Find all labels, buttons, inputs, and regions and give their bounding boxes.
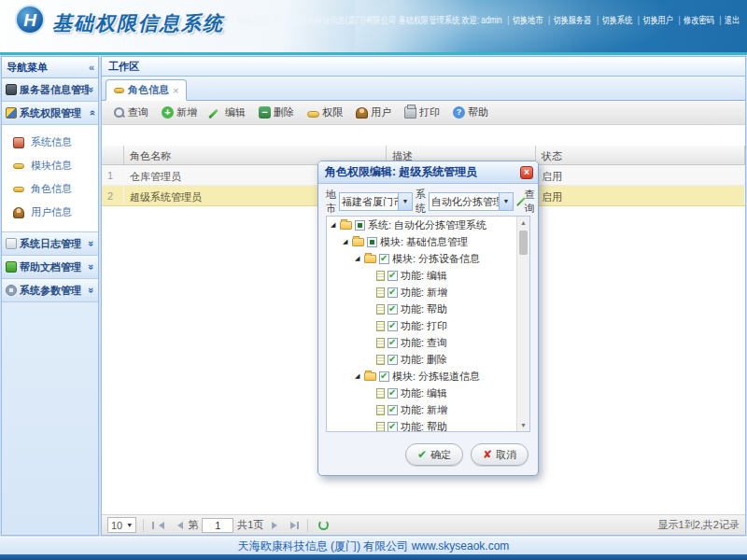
- tree-node-checkbox[interactable]: [388, 422, 398, 432]
- tree-node-checkbox[interactable]: [388, 388, 398, 399]
- page-number-input[interactable]: [202, 518, 233, 533]
- toolbar-button[interactable]: 权限: [302, 104, 348, 121]
- tree-scrollbar[interactable]: ▲ ▼: [516, 217, 529, 431]
- tree-node-checkbox[interactable]: [367, 237, 377, 247]
- tree-node-checkbox[interactable]: [388, 355, 398, 365]
- page-label: 第: [188, 518, 198, 532]
- header-link[interactable]: 切换服务器: [553, 15, 591, 25]
- sidebar-section[interactable]: 系统参数管理 »: [2, 279, 98, 302]
- header-link[interactable]: 切换系统: [601, 15, 632, 25]
- tree-node[interactable]: 功能: 编辑: [327, 385, 516, 401]
- scroll-up-icon[interactable]: ▲: [517, 217, 529, 229]
- expand-arrow-icon[interactable]: [355, 255, 362, 262]
- chevron-icon[interactable]: »: [86, 110, 97, 116]
- tab-close-icon[interactable]: ×: [173, 85, 178, 96]
- tree-node[interactable]: 功能: 新增: [327, 284, 516, 301]
- toolbar-button[interactable]: 新增: [156, 104, 203, 121]
- table-header-cell[interactable]: 状态: [536, 146, 745, 164]
- toolbar-button[interactable]: 编辑: [204, 104, 251, 121]
- sidebar-section[interactable]: 系统日志管理 »: [2, 232, 98, 256]
- print-icon: [404, 106, 416, 119]
- sidebar-item[interactable]: 角色信息: [2, 177, 98, 201]
- row-number: 1: [102, 165, 124, 185]
- toolbar-button[interactable]: 删除: [253, 104, 300, 121]
- system-select-arrow-icon[interactable]: ▼: [499, 193, 513, 210]
- chevron-icon[interactable]: »: [86, 264, 97, 270]
- link-separator: |: [678, 15, 680, 25]
- dialog-title-bar[interactable]: 角色权限编辑: 超级系统管理员 ×: [318, 161, 538, 184]
- sidebar-section[interactable]: 服务器信息管理 »: [2, 78, 98, 102]
- link-separator: |: [638, 15, 640, 25]
- prev-page-button[interactable]: [169, 518, 184, 533]
- total-pages-label: 共1页: [237, 518, 263, 532]
- next-page-button[interactable]: [267, 518, 282, 533]
- tree-node[interactable]: 功能: 打印: [327, 317, 516, 334]
- refresh-icon[interactable]: [318, 520, 329, 530]
- tree-node-checkbox[interactable]: [388, 405, 398, 415]
- expand-arrow-icon[interactable]: [331, 221, 338, 229]
- chevron-icon[interactable]: »: [86, 287, 97, 293]
- sidebar-item[interactable]: 系统信息: [2, 131, 98, 154]
- toolbar-button[interactable]: 用户: [350, 104, 397, 121]
- city-select[interactable]: 福建省厦门市 ▼: [339, 192, 413, 211]
- last-page-button[interactable]: [286, 518, 301, 533]
- header-link[interactable]: 修改密码: [684, 15, 714, 25]
- sidebar-item[interactable]: 用户信息: [2, 201, 98, 224]
- chevron-icon[interactable]: »: [86, 87, 97, 92]
- scroll-down-icon[interactable]: ▼: [517, 419, 529, 431]
- tree-node-checkbox[interactable]: [379, 371, 389, 382]
- workspace-title: 工作区: [102, 57, 745, 77]
- header-link[interactable]: 退出: [725, 15, 740, 25]
- cancel-icon: [483, 448, 492, 461]
- sidebar-section[interactable]: 帮助文档管理 »: [2, 256, 98, 279]
- tree-node[interactable]: 功能: 帮助: [327, 301, 516, 317]
- tree-node-checkbox[interactable]: [355, 220, 365, 231]
- tree-node-checkbox[interactable]: [388, 321, 398, 331]
- tree-node[interactable]: 模块: 分拣设备信息: [327, 250, 516, 267]
- sidebar-item[interactable]: 模块信息: [2, 154, 98, 177]
- tab-role-info[interactable]: 角色信息 ×: [106, 79, 187, 101]
- tree-node-checkbox[interactable]: [388, 304, 398, 315]
- tree-node-checkbox[interactable]: [379, 254, 389, 264]
- tree-node-label: 功能: 编辑: [401, 386, 447, 400]
- tree-node[interactable]: 模块: 分拣辊道信息: [327, 368, 516, 385]
- edit-icon: [210, 106, 222, 119]
- toolbar-button[interactable]: 查询: [107, 104, 154, 121]
- expand-arrow-icon[interactable]: [355, 372, 362, 380]
- expand-arrow-icon[interactable]: [343, 238, 350, 245]
- tree-node-icon: [376, 388, 385, 399]
- header-link[interactable]: 切换用户: [642, 15, 673, 25]
- toolbar-button[interactable]: 打印: [399, 104, 445, 121]
- app-logo: H: [15, 5, 45, 35]
- sidebar-collapse-icon[interactable]: «: [89, 57, 94, 77]
- tree-node[interactable]: 功能: 新增: [327, 401, 516, 418]
- chevron-icon[interactable]: »: [86, 241, 97, 246]
- system-select[interactable]: 自动化分拣管理系统 ▼: [429, 192, 514, 211]
- link-separator: |: [719, 15, 721, 25]
- tree-node-checkbox[interactable]: [388, 271, 398, 281]
- sidebar-section[interactable]: 系统权限管理 »: [2, 102, 98, 125]
- tree-node[interactable]: 系统: 自动化分拣管理系统: [327, 217, 516, 233]
- first-page-button[interactable]: [150, 518, 165, 533]
- link-separator: |: [597, 15, 599, 25]
- tree-node[interactable]: 功能: 帮助: [327, 418, 516, 431]
- tree-node-checkbox[interactable]: [388, 338, 398, 348]
- app-header: H 基础权限信息系统 福建省厦门市 天海欧康科技信息(厦门)有限公司 基础权限管…: [0, 0, 747, 52]
- dialog-search-button[interactable]: 查询: [520, 188, 536, 216]
- monitor-icon: [13, 137, 24, 148]
- page-size-select[interactable]: 10 ▼: [107, 517, 136, 533]
- dialog-button[interactable]: 取消: [471, 443, 529, 466]
- dialog-button[interactable]: 确定: [405, 443, 463, 466]
- header-link[interactable]: 切换地市: [512, 15, 543, 25]
- tree-node[interactable]: 模块: 基础信息管理: [327, 233, 516, 250]
- tree-node[interactable]: 功能: 编辑: [327, 267, 516, 284]
- tree-node[interactable]: 功能: 删除: [327, 351, 516, 368]
- close-icon[interactable]: ×: [520, 166, 533, 179]
- toolbar-button-label: 编辑: [225, 105, 246, 119]
- tree-node[interactable]: 功能: 查询: [327, 334, 516, 351]
- toolbar-button[interactable]: 帮助: [447, 104, 494, 121]
- tree-node-checkbox[interactable]: [388, 287, 398, 298]
- sidebar-header: 导航菜单 «: [2, 57, 98, 78]
- scroll-thumb[interactable]: [519, 231, 528, 255]
- city-select-arrow-icon[interactable]: ▼: [398, 193, 412, 210]
